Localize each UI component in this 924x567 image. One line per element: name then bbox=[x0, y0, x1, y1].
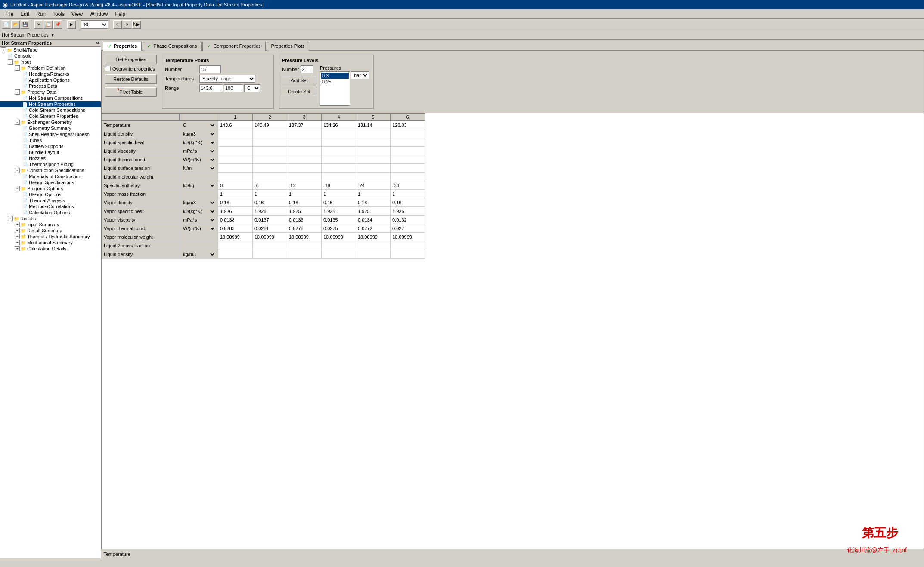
value-cell[interactable]: 0.16 bbox=[287, 198, 322, 207]
pivot-table-button[interactable]: Pivot Table bbox=[105, 87, 157, 97]
value-cell[interactable]: 0.0281 bbox=[253, 224, 287, 233]
value-cell[interactable] bbox=[391, 164, 425, 173]
tree-item-methods[interactable]: 📄 Methods/Correlations bbox=[0, 203, 101, 210]
menu-view[interactable]: View bbox=[68, 10, 86, 18]
value-cell[interactable] bbox=[391, 147, 425, 155]
tab-plots[interactable]: Properties Plots bbox=[267, 42, 310, 51]
value-cell[interactable] bbox=[356, 164, 391, 173]
tab-phase-comp[interactable]: ✓ Phase Compositions bbox=[143, 42, 202, 51]
value-cell[interactable]: 18.00999 bbox=[391, 233, 425, 241]
tree-item-exchanger-geom[interactable]: - 📁 Exchanger Geometry bbox=[0, 119, 101, 125]
unit-select[interactable]: kJ/kg bbox=[181, 182, 216, 188]
open-button[interactable]: 📂 bbox=[11, 20, 20, 29]
run-button[interactable]: ▶ bbox=[67, 20, 76, 29]
value-cell[interactable] bbox=[253, 129, 287, 138]
value-cell[interactable]: 1 bbox=[356, 190, 391, 198]
value-cell[interactable]: 143.6 bbox=[218, 121, 253, 129]
menu-file[interactable]: File bbox=[2, 10, 17, 18]
grid-container[interactable]: 1 2 3 4 5 6 TemperatureC143.6140.49137.3… bbox=[102, 113, 924, 549]
tree-item-mechanical-sum[interactable]: + 📁 Mechanical Summary bbox=[0, 240, 101, 246]
value-cell[interactable] bbox=[218, 147, 253, 155]
value-cell[interactable]: 0.16 bbox=[253, 198, 287, 207]
tree-item-hot-props[interactable]: 📄 Hot Stream Properties bbox=[0, 101, 101, 107]
tree-item-problem-def[interactable]: - 📁 Problem Definition bbox=[0, 65, 101, 71]
expand-shell-tube[interactable]: - bbox=[1, 47, 6, 52]
temp-range-from[interactable] bbox=[199, 84, 223, 92]
pressure-item-1[interactable]: 0.3 bbox=[321, 73, 349, 79]
value-cell[interactable] bbox=[287, 147, 322, 155]
value-cell[interactable] bbox=[253, 138, 287, 147]
value-cell[interactable] bbox=[356, 138, 391, 147]
value-cell[interactable] bbox=[322, 173, 356, 181]
value-cell[interactable] bbox=[287, 138, 322, 147]
value-cell[interactable]: 18.00999 bbox=[356, 233, 391, 241]
value-cell[interactable] bbox=[356, 241, 391, 250]
expand-input-sum[interactable]: + bbox=[15, 222, 20, 227]
expand-input[interactable]: - bbox=[8, 59, 13, 65]
tree-item-hot-comp[interactable]: 📄 Hot Stream Compositions bbox=[0, 95, 101, 101]
menu-help[interactable]: Help bbox=[112, 10, 129, 18]
tree-item-materials[interactable]: 📄 Materials of Construction bbox=[0, 173, 101, 179]
unit-select[interactable]: kJ/(kg*K) bbox=[181, 208, 216, 214]
copy-button[interactable]: 📋 bbox=[44, 20, 53, 29]
value-cell[interactable]: 0.0283 bbox=[218, 224, 253, 233]
unit-cell[interactable]: N/m bbox=[180, 164, 218, 173]
value-cell[interactable]: 1 bbox=[287, 190, 322, 198]
value-cell[interactable]: 1 bbox=[322, 190, 356, 198]
tree-item-shell-tube[interactable]: - 📁 Shell&Tube bbox=[0, 47, 101, 53]
value-cell[interactable]: 137.37 bbox=[287, 121, 322, 129]
pressure-item-2[interactable]: 0.25 bbox=[321, 79, 349, 85]
tree-item-console[interactable]: 📄 Console bbox=[0, 53, 101, 59]
value-cell[interactable]: 1.926 bbox=[391, 207, 425, 216]
expand-result-sum[interactable]: + bbox=[15, 228, 20, 233]
tree-item-app-options[interactable]: 📄 Application Options bbox=[0, 77, 101, 83]
value-cell[interactable] bbox=[253, 147, 287, 155]
value-cell[interactable] bbox=[287, 250, 322, 259]
value-cell[interactable]: 0 bbox=[218, 181, 253, 190]
value-cell[interactable]: 0.0136 bbox=[287, 216, 322, 224]
expand-thermal-hyd[interactable]: + bbox=[15, 234, 20, 239]
value-cell[interactable]: 1 bbox=[391, 190, 425, 198]
pressure-unit-select[interactable]: bar psi Pa bbox=[351, 71, 369, 79]
tree-item-nozzles[interactable]: 📄 Nozzles bbox=[0, 155, 101, 161]
value-cell[interactable] bbox=[356, 173, 391, 181]
unit-cell[interactable]: mPa*s bbox=[180, 216, 218, 224]
get-properties-button[interactable]: Get Properties bbox=[105, 55, 157, 64]
tree-item-thermal-hydraulic[interactable]: + 📁 Thermal / Hydraulic Summary bbox=[0, 234, 101, 240]
unit-cell[interactable]: kg/m3 bbox=[180, 198, 218, 207]
temp-specify-select[interactable]: Specify range Specify points bbox=[199, 75, 255, 83]
value-cell[interactable] bbox=[322, 164, 356, 173]
tree-item-design-spec[interactable]: 📄 Design Specifications bbox=[0, 179, 101, 185]
value-cell[interactable] bbox=[287, 173, 322, 181]
value-cell[interactable] bbox=[391, 241, 425, 250]
value-cell[interactable] bbox=[322, 129, 356, 138]
value-cell[interactable] bbox=[322, 147, 356, 155]
unit-cell[interactable]: kJ/(kg*K) bbox=[180, 207, 218, 216]
value-cell[interactable]: 0.0272 bbox=[356, 224, 391, 233]
value-cell[interactable]: 0.16 bbox=[356, 198, 391, 207]
value-cell[interactable] bbox=[287, 164, 322, 173]
path-dropdown-icon[interactable]: ▼ bbox=[50, 32, 55, 37]
value-cell[interactable] bbox=[218, 129, 253, 138]
nav-back[interactable]: « bbox=[113, 20, 122, 29]
tree-item-geom-summary[interactable]: 📄 Geometry Summary bbox=[0, 125, 101, 131]
value-cell[interactable] bbox=[356, 250, 391, 259]
expand-results[interactable]: - bbox=[8, 216, 13, 221]
tree-item-baffles[interactable]: 📄 Baffles/Supports bbox=[0, 143, 101, 149]
unit-cell[interactable]: mPa*s bbox=[180, 147, 218, 155]
unit-system-select[interactable]: SI English bbox=[81, 20, 108, 29]
value-cell[interactable]: 18.00999 bbox=[218, 233, 253, 241]
unit-select[interactable]: kg/m3 bbox=[181, 200, 216, 206]
expand-calc-details[interactable]: + bbox=[15, 246, 20, 251]
add-set-button[interactable]: Add Set bbox=[282, 76, 316, 85]
tree-item-input[interactable]: - 📁 Input bbox=[0, 59, 101, 65]
tree-item-results[interactable]: - 📁 Results bbox=[0, 216, 101, 222]
value-cell[interactable] bbox=[391, 173, 425, 181]
pressure-number-input[interactable] bbox=[301, 65, 313, 73]
expand-property[interactable]: - bbox=[15, 89, 20, 95]
unit-cell[interactable]: kg/m3 bbox=[180, 129, 218, 138]
expand-exchanger[interactable]: - bbox=[15, 120, 20, 125]
value-cell[interactable]: 1.925 bbox=[322, 207, 356, 216]
value-cell[interactable]: 0.0138 bbox=[218, 216, 253, 224]
value-cell[interactable]: 0.0135 bbox=[322, 216, 356, 224]
